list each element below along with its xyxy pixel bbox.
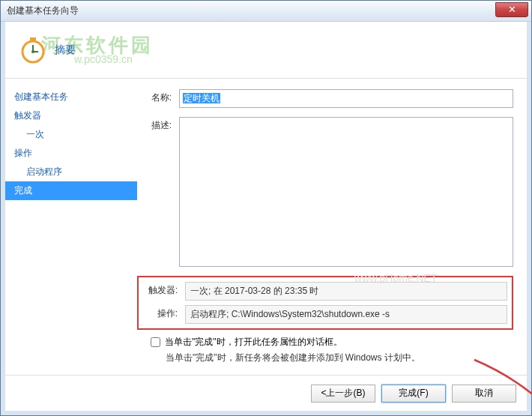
finish-note: 当单击"完成"时，新任务将会被创建并添加到 Windows 计划中。 <box>166 352 513 364</box>
summary-highlight-box: 触发器: 一次; 在 2017-03-28 的 23:35 时 操作: 启动程序… <box>137 276 513 330</box>
page-title: 摘要 <box>55 43 76 57</box>
desc-row: 描述: <box>137 117 513 267</box>
sidebar-item-finish[interactable]: 完成 <box>5 181 137 200</box>
svg-point-4 <box>31 50 34 53</box>
wizard-window: 创建基本任务向导 ✕ 河东软件园 w.pc0359.cn <box>0 0 532 416</box>
sidebar-item-create-task[interactable]: 创建基本任务 <box>5 88 137 106</box>
cancel-button[interactable]: 取消 <box>452 385 516 403</box>
action-row: 操作: 启动程序; C:\Windows\System32\shutdown.e… <box>143 305 507 324</box>
titlebar: 创建基本任务向导 ✕ <box>1 1 531 22</box>
sidebar: 创建基本任务 触发器 一次 操作 启动程序 完成 <box>5 79 137 375</box>
inner-panel: 河东软件园 w.pc0359.cn 摘要 创建基本 <box>5 22 527 411</box>
open-properties-label: 当单击"完成"时，打开此任务属性的对话框。 <box>165 336 342 349</box>
name-label: 名称: <box>137 89 179 104</box>
trigger-label: 触发器: <box>143 282 185 297</box>
header: 河东软件园 w.pc0359.cn 摘要 <box>5 22 527 79</box>
body: 创建基本任务 触发器 一次 操作 启动程序 完成 www.pHome.NET 名… <box>5 79 527 375</box>
finish-button[interactable]: 完成(F) <box>381 385 446 403</box>
open-properties-checkbox[interactable] <box>151 337 160 347</box>
footer: <上一步(B) 完成(F) 取消 <box>5 375 527 411</box>
open-properties-row: 当单击"完成"时，打开此任务属性的对话框。 <box>151 336 513 349</box>
name-row: 名称: 定时关机 <box>137 89 513 108</box>
sidebar-item-once[interactable]: 一次 <box>5 125 137 144</box>
trigger-row: 触发器: 一次; 在 2017-03-28 的 23:35 时 <box>143 282 507 301</box>
svg-rect-1 <box>30 37 36 41</box>
close-icon: ✕ <box>508 4 516 15</box>
window-title: 创建基本任务向导 <box>4 4 79 17</box>
trigger-value: 一次; 在 2017-03-28 的 23:35 时 <box>185 282 507 301</box>
sidebar-item-trigger[interactable]: 触发器 <box>5 106 137 125</box>
action-value: 启动程序; C:\Windows\System32\shutdown.exe -… <box>185 305 507 324</box>
watermark-url: w.pc0359.cn <box>74 53 133 65</box>
desc-input[interactable] <box>179 117 513 267</box>
name-input[interactable]: 定时关机 <box>179 89 513 108</box>
back-button[interactable]: <上一步(B) <box>311 385 375 403</box>
content-frame: 河东软件园 w.pc0359.cn 摘要 创建基本 <box>1 22 531 415</box>
wizard-icon <box>17 34 49 66</box>
close-button[interactable]: ✕ <box>495 2 528 17</box>
desc-label: 描述: <box>137 117 179 132</box>
main-panel: www.pHome.NET 名称: 定时关机 描述: 触发器: 一次; 在 20… <box>137 79 527 375</box>
sidebar-item-start-program[interactable]: 启动程序 <box>5 163 137 181</box>
sidebar-item-action[interactable]: 操作 <box>5 144 137 163</box>
action-label: 操作: <box>143 305 185 320</box>
